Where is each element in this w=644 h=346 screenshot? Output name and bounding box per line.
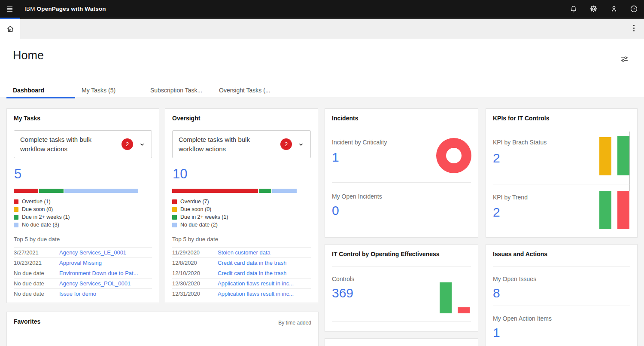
task-link[interactable]: Environment Down due to Pat... <box>59 270 138 276</box>
tasks-total[interactable]: 5 <box>14 167 21 181</box>
bar-segment-light_blue <box>272 189 297 193</box>
favorites-sort-label[interactable]: By time added <box>278 320 311 326</box>
divider <box>332 266 471 266</box>
dropdown-label: Complete tasks with bulk workflow action… <box>179 135 272 154</box>
task-due-date: 12/8/2020 <box>172 260 218 266</box>
due-status-legend: Overdue (1) Due soon (0) Due in 2+ weeks… <box>14 198 70 229</box>
divider <box>332 322 471 322</box>
task-due-date: No due date <box>14 291 59 297</box>
metric-label: My Open Incidents <box>332 193 382 200</box>
legend-label: Overdue (1) <box>22 199 51 205</box>
chart-bar-kpi_green <box>440 282 452 313</box>
legend-item: No due date (3) <box>14 221 70 229</box>
app-header: IBM OpenPages with Watson <box>0 0 644 18</box>
task-link[interactable]: Credit card data in the trash <box>218 270 286 276</box>
task-link[interactable]: Agency Services_POL_0001 <box>59 280 131 287</box>
kpi-breach-bar-chart <box>599 136 629 175</box>
kpis-card: KPIs for IT Controls KPI by Brach Status… <box>486 108 638 238</box>
task-due-date: No due date <box>14 280 59 287</box>
bar-segment-green <box>259 189 271 193</box>
chart-bar-kpi_green <box>617 136 629 175</box>
legend-label: Due in 2+ weeks (1) <box>180 214 228 220</box>
divider <box>493 184 630 184</box>
task-due-date: 3/27/2021 <box>14 249 59 256</box>
card-title: Incidents <box>332 115 358 122</box>
user-icon[interactable] <box>604 0 624 18</box>
bar-segment-red <box>172 189 258 193</box>
legend-label: Due soon (0) <box>22 206 53 212</box>
card-title: KPIs for IT Controls <box>493 115 549 122</box>
chevron-down-icon <box>298 141 304 148</box>
task-link[interactable]: Agency Services_LE_0001 <box>59 249 126 256</box>
it-control-card: IT Control by Operating Effectiveness Co… <box>325 244 478 332</box>
card-title: Oversight <box>172 115 200 122</box>
task-due-date: 12/31/2020 <box>172 291 218 297</box>
task-link[interactable]: Application flaws result in inc... <box>218 280 294 287</box>
task-list: 3/27/2021Agency Services_LE_0001 10/23/2… <box>14 247 152 299</box>
tasks-total[interactable]: 10 <box>173 167 187 181</box>
task-link[interactable]: Stolen customer data <box>218 249 270 256</box>
chart-bar-yellow <box>599 137 611 175</box>
metric-value[interactable]: 369 <box>332 287 353 300</box>
legend-swatch <box>14 215 18 220</box>
bar-segment-red <box>14 189 38 193</box>
kpi-trend-bar-chart <box>599 191 629 229</box>
task-row: No due dateAgency Services_POL_0001 <box>14 278 152 288</box>
chart-axis-line <box>629 132 630 191</box>
task-link[interactable]: Credit card data in the trash <box>218 260 286 266</box>
task-row: 12/31/2020Application flaws result in in… <box>172 288 311 299</box>
legend-label: Due soon (0) <box>180 206 211 212</box>
metric-label: KPI by Trend <box>493 194 528 201</box>
home-tab[interactable] <box>0 18 20 39</box>
task-link[interactable]: Application flaws result in inc... <box>218 291 294 297</box>
legend-swatch <box>172 223 177 227</box>
legend-label: Overdue (7) <box>180 199 209 205</box>
task-row: 10/23/2021Approval Missing <box>14 257 152 268</box>
task-link[interactable]: Approval Missing <box>59 260 102 266</box>
task-due-date: No due date <box>14 270 59 276</box>
legend-item: Due soon (0) <box>172 205 228 213</box>
tab-my-tasks[interactable]: My Tasks (5) <box>75 84 144 98</box>
metric-label: My Open Issues <box>493 276 536 282</box>
bar-segment-light_blue <box>64 189 138 193</box>
menu-icon[interactable] <box>0 0 20 18</box>
divider <box>493 130 630 130</box>
task-row: 11/29/2020Stolen customer data <box>172 247 311 257</box>
task-link[interactable]: Issue for demo <box>59 291 96 297</box>
divider <box>493 266 630 266</box>
due-status-stacked-bar <box>14 189 138 193</box>
legend-swatch <box>172 207 177 212</box>
metric-value[interactable]: 8 <box>493 287 500 300</box>
overflow-menu-icon[interactable] <box>627 18 641 39</box>
tab-subscription-tasks[interactable]: Subscription Task... <box>144 84 213 98</box>
notifications-icon[interactable] <box>563 0 583 18</box>
divider <box>332 182 471 183</box>
bulk-workflow-dropdown[interactable]: Complete tasks with bulk workflow action… <box>14 130 152 158</box>
task-row: 3/27/2021Agency Services_LE_0001 <box>14 247 152 257</box>
metric-value[interactable]: 2 <box>493 152 500 165</box>
tab-oversight-tasks[interactable]: Oversight Tasks (... <box>213 84 281 98</box>
settings-gear-icon[interactable] <box>583 0 604 18</box>
metric-value[interactable]: 2 <box>493 206 500 219</box>
metric-value[interactable]: 1 <box>493 326 500 339</box>
count-badge: 2 <box>280 138 292 150</box>
card-title: Favorites <box>14 318 40 325</box>
legend-item: Overdue (1) <box>14 198 70 205</box>
partial-card <box>325 338 478 346</box>
settings-adjust-icon[interactable] <box>620 55 629 65</box>
tab-dashboard[interactable]: Dashboard <box>6 84 75 98</box>
card-title: IT Control by Operating Effectiveness <box>332 251 440 257</box>
dashboard-tabs: Dashboard My Tasks (5) Subscription Task… <box>6 84 281 98</box>
divider <box>332 130 471 130</box>
task-row: No due dateEnvironment Down due to Pat..… <box>14 268 152 278</box>
help-icon[interactable]: ? <box>624 0 644 18</box>
legend-label: No due date (2) <box>180 222 218 228</box>
effectiveness-bar-chart <box>440 282 470 313</box>
dropdown-label: Complete tasks with bulk workflow action… <box>20 135 114 154</box>
bulk-workflow-dropdown[interactable]: Complete tasks with bulk workflow action… <box>172 130 311 158</box>
metric-value[interactable]: 0 <box>332 204 339 217</box>
app-title: IBM OpenPages with Watson <box>24 6 106 12</box>
metric-value[interactable]: 1 <box>332 151 339 164</box>
task-row: 12/8/2020Credit card data in the trash <box>172 257 311 268</box>
task-list: 11/29/2020Stolen customer data 12/8/2020… <box>172 247 311 299</box>
